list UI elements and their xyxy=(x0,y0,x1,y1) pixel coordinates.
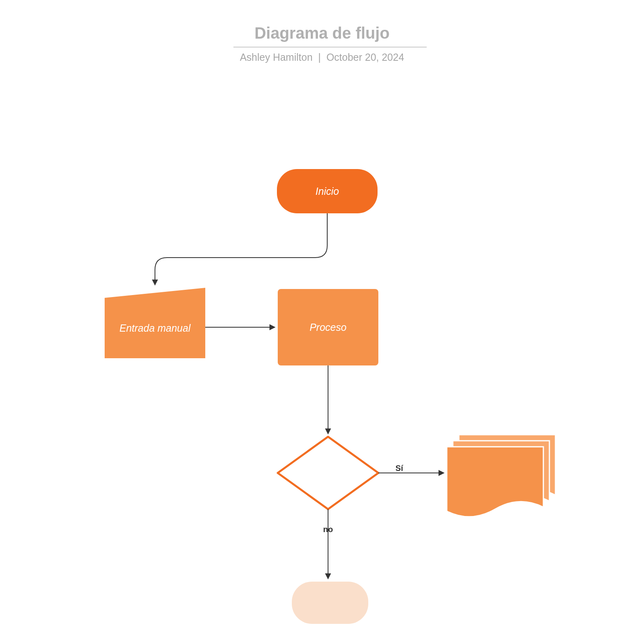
edge-no-label: no xyxy=(323,525,333,534)
decision-node[interactable] xyxy=(278,437,378,509)
end-node[interactable] xyxy=(292,582,368,624)
svg-rect-2 xyxy=(292,582,368,624)
edge-yes-label: Sí xyxy=(396,464,404,473)
edge-start-to-manual xyxy=(155,213,327,285)
start-label: Inicio xyxy=(316,186,339,197)
process-label: Proceso xyxy=(310,322,347,333)
process-node[interactable]: Proceso xyxy=(278,289,378,365)
manual-input-label: Entrada manual xyxy=(120,322,191,334)
documents-node[interactable] xyxy=(447,435,555,517)
flowchart-svg: Inicio Entrada manual Proceso xyxy=(0,0,644,644)
start-node[interactable]: Inicio xyxy=(277,169,378,213)
manual-input-node[interactable]: Entrada manual xyxy=(105,288,205,358)
diagram-canvas: Diagrama de flujo Ashley Hamilton | Octo… xyxy=(0,0,644,644)
